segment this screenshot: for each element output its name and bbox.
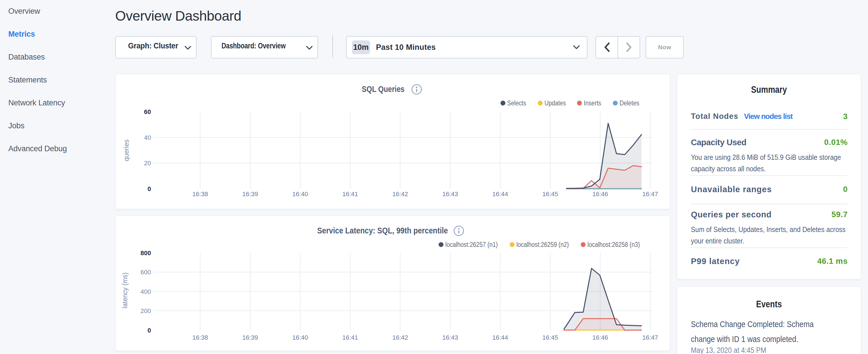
svg-text:16:43: 16:43 bbox=[442, 190, 458, 198]
svg-text:localhost:26258 (n3): localhost:26258 (n3) bbox=[587, 241, 640, 248]
svg-text:0: 0 bbox=[148, 327, 151, 334]
svg-text:16:44: 16:44 bbox=[492, 190, 508, 198]
svg-text:16:46: 16:46 bbox=[592, 334, 608, 341]
svg-text:16:40: 16:40 bbox=[292, 190, 308, 198]
svg-text:16:43: 16:43 bbox=[442, 334, 458, 341]
svg-text:16:41: 16:41 bbox=[342, 190, 358, 198]
svg-text:queries: queries bbox=[123, 139, 130, 161]
svg-text:16:38: 16:38 bbox=[192, 190, 208, 198]
svg-text:800: 800 bbox=[141, 250, 151, 257]
svg-text:Updates: Updates bbox=[545, 99, 566, 107]
svg-text:16:41: 16:41 bbox=[342, 334, 358, 341]
svg-text:40: 40 bbox=[144, 134, 151, 141]
svg-text:200: 200 bbox=[141, 307, 151, 315]
svg-text:16:39: 16:39 bbox=[242, 190, 258, 198]
svg-text:localhost:26257 (n1): localhost:26257 (n1) bbox=[445, 241, 498, 248]
svg-text:16:40: 16:40 bbox=[292, 334, 308, 341]
svg-text:Inserts: Inserts bbox=[584, 99, 601, 107]
svg-text:16:44: 16:44 bbox=[492, 334, 508, 341]
svg-text:Selects: Selects bbox=[507, 99, 526, 107]
svg-text:16:42: 16:42 bbox=[392, 334, 408, 341]
svg-text:16:47: 16:47 bbox=[642, 190, 658, 198]
svg-text:16:42: 16:42 bbox=[392, 190, 408, 198]
svg-text:16:45: 16:45 bbox=[542, 334, 558, 341]
svg-text:16:46: 16:46 bbox=[592, 190, 608, 198]
svg-text:60: 60 bbox=[144, 108, 151, 116]
svg-text:16:38: 16:38 bbox=[192, 334, 208, 341]
svg-text:400: 400 bbox=[141, 288, 151, 295]
svg-text:16:47: 16:47 bbox=[642, 334, 658, 341]
svg-text:16:39: 16:39 bbox=[242, 334, 258, 341]
svg-text:16:45: 16:45 bbox=[542, 190, 558, 198]
svg-text:SQL Queries: SQL Queries bbox=[362, 85, 405, 94]
svg-text:localhost:26259 (n2): localhost:26259 (n2) bbox=[517, 241, 569, 248]
svg-text:0: 0 bbox=[148, 185, 151, 192]
svg-text:latency (ms): latency (ms) bbox=[121, 272, 129, 308]
svg-text:600: 600 bbox=[141, 269, 151, 276]
svg-text:Service Latency: SQL, 99th per: Service Latency: SQL, 99th percentile bbox=[317, 226, 448, 235]
svg-text:20: 20 bbox=[144, 160, 151, 167]
svg-text:Deletes: Deletes bbox=[620, 99, 639, 107]
